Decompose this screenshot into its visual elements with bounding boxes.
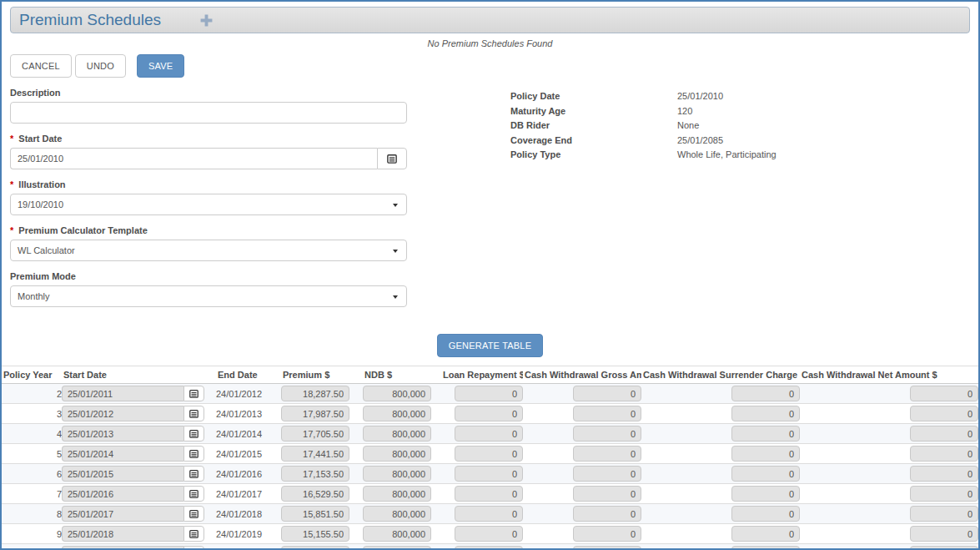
table-row: 424/01/2014 (2, 424, 978, 444)
cash-withdrawal-surrender-input[interactable] (731, 506, 800, 522)
save-button[interactable]: SAVE (137, 54, 184, 78)
row-start-date-input[interactable] (62, 466, 183, 482)
illustration-select[interactable]: 19/10/2010 (10, 194, 407, 215)
policy-date-value: 25/01/2010 (677, 89, 723, 104)
ndb-input[interactable] (363, 526, 431, 542)
row-calendar-button[interactable] (183, 406, 204, 421)
premium-input[interactable] (281, 546, 349, 550)
cash-withdrawal-gross-input[interactable] (573, 546, 641, 550)
loan-repayment-input[interactable] (455, 526, 523, 542)
premium-input[interactable] (281, 446, 349, 462)
premium-calculator-template-selected-value: WL Calculator (18, 245, 75, 255)
calendar-icon (189, 409, 199, 418)
ndb-input[interactable] (363, 506, 431, 522)
row-start-date-input[interactable] (62, 446, 183, 462)
cash-withdrawal-surrender-input[interactable] (731, 546, 800, 550)
loan-repayment-input[interactable] (455, 486, 523, 502)
cash-withdrawal-gross-input[interactable] (573, 526, 641, 542)
premium-mode-select[interactable]: Monthly (10, 285, 407, 307)
cash-withdrawal-gross-input[interactable] (573, 386, 641, 401)
premium-input[interactable] (281, 406, 349, 421)
cash-withdrawal-net-input[interactable] (910, 406, 978, 421)
row-calendar-button[interactable] (183, 526, 204, 542)
illustration-selected-value: 19/10/2010 (18, 199, 63, 209)
row-calendar-button[interactable] (183, 486, 204, 502)
add-premium-schedule-button[interactable] (199, 13, 214, 28)
row-calendar-button[interactable] (183, 506, 204, 522)
premium-input[interactable] (281, 526, 349, 542)
cash-withdrawal-gross-input[interactable] (573, 466, 641, 482)
cash-withdrawal-net-input[interactable] (910, 386, 978, 401)
row-start-date-input[interactable] (62, 406, 183, 421)
cash-withdrawal-net-input[interactable] (910, 506, 978, 522)
cash-withdrawal-net-input[interactable] (910, 526, 978, 542)
cash-withdrawal-gross-input[interactable] (573, 506, 641, 522)
loan-repayment-input[interactable] (455, 466, 523, 482)
cancel-button[interactable]: CANCEL (10, 54, 72, 78)
row-start-date-input[interactable] (62, 546, 183, 550)
cash-withdrawal-net-input[interactable] (910, 486, 978, 502)
cash-withdrawal-gross-input[interactable] (573, 446, 641, 462)
table-row: 724/01/2017 (2, 484, 978, 504)
cash-withdrawal-surrender-input[interactable] (731, 486, 800, 502)
loan-repayment-input[interactable] (455, 506, 523, 522)
loan-repayment-input[interactable] (455, 546, 523, 550)
maturity-age-value: 120 (677, 104, 692, 119)
cash-withdrawal-net-input[interactable] (910, 546, 978, 550)
cash-withdrawal-surrender-input[interactable] (731, 526, 800, 542)
row-start-date-input[interactable] (62, 386, 183, 401)
cash-withdrawal-gross-input[interactable] (573, 426, 641, 442)
cash-withdrawal-surrender-input[interactable] (731, 406, 800, 421)
cash-withdrawal-gross-input[interactable] (573, 486, 641, 502)
row-start-date-input[interactable] (62, 526, 183, 542)
row-calendar-button[interactable] (183, 426, 204, 442)
row-calendar-button[interactable] (183, 386, 204, 401)
cash-withdrawal-net-input[interactable] (910, 466, 978, 482)
row-calendar-button[interactable] (183, 546, 204, 550)
policy-year-cell: 3 (2, 404, 62, 424)
loan-repayment-input[interactable] (455, 426, 523, 442)
premium-input[interactable] (281, 466, 349, 482)
ndb-input[interactable] (363, 386, 431, 401)
ndb-input[interactable] (363, 546, 431, 550)
cash-withdrawal-surrender-input[interactable] (731, 386, 800, 401)
row-start-date-input[interactable] (62, 506, 183, 522)
end-date-cell: 24/01/2020 (216, 544, 281, 550)
ndb-input[interactable] (363, 406, 431, 421)
row-start-date-input[interactable] (62, 426, 183, 442)
required-marker: * (10, 134, 13, 144)
cash-withdrawal-surrender-input[interactable] (731, 466, 800, 482)
loan-repayment-input[interactable] (455, 446, 523, 462)
cash-withdrawal-net-input[interactable] (910, 426, 978, 442)
row-calendar-button[interactable] (183, 466, 204, 482)
description-input[interactable] (10, 102, 407, 124)
start-date-calendar-button[interactable] (377, 148, 407, 169)
illustration-group: * Illustration 19/10/2010 (10, 179, 407, 215)
premium-input[interactable] (281, 486, 349, 502)
start-date-input[interactable] (10, 148, 377, 169)
cash-withdrawal-gross-input[interactable] (573, 406, 641, 421)
ndb-input[interactable] (363, 446, 431, 462)
premium-input[interactable] (281, 386, 349, 401)
ndb-input[interactable] (363, 426, 431, 442)
cash-withdrawal-surrender-input[interactable] (731, 426, 800, 442)
calendar-icon (387, 154, 397, 164)
loan-repayment-input[interactable] (455, 406, 523, 421)
generate-table-button[interactable]: GENERATE TABLE (437, 334, 543, 357)
row-calendar-button[interactable] (183, 446, 204, 462)
policy-info-row: Coverage End 25/01/2085 (510, 134, 776, 149)
cash-withdrawal-net-input[interactable] (910, 446, 978, 462)
ndb-input[interactable] (363, 486, 431, 502)
premium-input[interactable] (281, 506, 349, 522)
ndb-input[interactable] (363, 466, 431, 482)
premium-input[interactable] (281, 426, 349, 442)
premium-calculator-template-label: * Premium Calculator Template (10, 225, 407, 235)
toolbar: CANCEL UNDO SAVE (2, 54, 978, 78)
row-start-date-input[interactable] (62, 486, 183, 502)
cash-withdrawal-surrender-input[interactable] (731, 446, 800, 462)
premium-calculator-template-select[interactable]: WL Calculator (10, 240, 407, 261)
titlebar: Premium Schedules (10, 7, 970, 33)
undo-button[interactable]: UNDO (75, 54, 126, 78)
loan-repayment-input[interactable] (455, 386, 523, 401)
cash-withdrawal-net-header: Cash Withdrawal Net Amount $ (800, 366, 978, 384)
